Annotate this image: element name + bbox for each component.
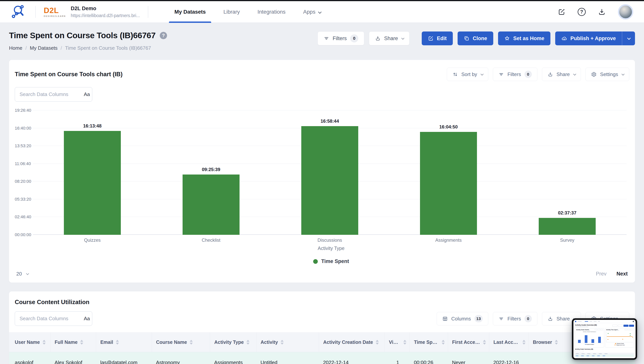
page-head-left: Time Spent on Course Tools (IB)66767 ? H… [9, 31, 167, 51]
chart-legend: Time Spent [33, 258, 629, 264]
user-avatar[interactable] [618, 4, 633, 20]
match-case-toggle[interactable]: Aa [84, 316, 90, 322]
publish-approve-dropdown[interactable] [622, 32, 635, 45]
table-filters-button[interactable]: Filters 0 [493, 312, 537, 325]
pip-window[interactable]: Activity Grade Overview (IB) Activity Gr… [572, 318, 637, 360]
filter-icon [324, 36, 329, 41]
column-header-full-name[interactable]: Full Name [50, 332, 96, 352]
sort-arrows-icon[interactable] [376, 340, 379, 345]
filters-label: Filters [333, 36, 347, 42]
column-header-activity-type[interactable]: Activity Type [210, 332, 256, 352]
bar-survey[interactable] [539, 218, 596, 235]
chevron-down-icon [573, 72, 576, 75]
sort-arrows-icon[interactable] [555, 340, 558, 345]
workspace-info[interactable]: D2L Demo https://intelliboard.d2l-partne… [71, 6, 140, 18]
sort-arrows-icon[interactable] [483, 340, 486, 345]
nav-tab-library[interactable]: Library [214, 1, 249, 23]
table-search-input[interactable] [20, 316, 84, 322]
breadcrumb-my-datasets[interactable]: My Datasets [30, 45, 58, 51]
pip-left-panel-title: Activity Grade Distrib... [576, 329, 590, 330]
match-case-toggle[interactable]: Aa [84, 91, 90, 97]
edit-label: Edit [437, 36, 447, 42]
sort-arrows-icon[interactable] [80, 340, 83, 345]
column-header-user-name[interactable]: User Name [9, 332, 50, 352]
prev-button[interactable]: Prev [596, 271, 606, 277]
sort-arrows-icon[interactable] [116, 340, 119, 345]
chart-settings-button[interactable]: Settings [586, 68, 629, 81]
gear-icon [591, 72, 597, 77]
breadcrumb-home[interactable]: Home [9, 45, 22, 51]
pip-logo [575, 321, 576, 322]
y-axis-tick-label: 02:46:40 [15, 215, 31, 220]
title-help-icon[interactable]: ? [160, 32, 167, 39]
page-size-select[interactable]: 20 [16, 271, 28, 277]
pip-button [618, 325, 623, 327]
column-header-label: Email [100, 339, 113, 345]
nav-tab-label: Library [224, 9, 240, 15]
sort-arrows-icon[interactable] [246, 340, 250, 345]
column-header-label: Activity [261, 339, 278, 345]
pip-scatter-dot [622, 339, 623, 340]
help-icon[interactable]: ? [578, 8, 586, 16]
next-button[interactable]: Next [616, 271, 628, 277]
sort-arrows-icon[interactable] [522, 340, 526, 345]
column-header-time-spent[interactable]: Time Spent [410, 332, 448, 352]
chart-sort-by-button[interactable]: Sort by [447, 68, 488, 81]
filters-label: Filters [508, 316, 521, 322]
settings-label: Settings [600, 71, 618, 77]
download-icon[interactable] [598, 8, 606, 16]
chart-share-button[interactable]: Share [542, 68, 581, 81]
column-header-course-name[interactable]: Course Name [152, 332, 210, 352]
filters-button[interactable]: Filters 0 [318, 32, 364, 45]
breadcrumb-current: Time Spent on Course Tools (IB)66767 [65, 45, 151, 51]
pip-titlebar: Activity Grade Overview (IB) [574, 323, 636, 328]
pip-search-skeleton [575, 350, 584, 352]
chart-card-title: Time Spent on Course Tools chart (IB) [15, 71, 122, 78]
chevron-down-icon [480, 72, 484, 75]
share-icon [548, 316, 553, 322]
column-header-visits[interactable]: Visits [384, 332, 410, 352]
nav-tab-integrations[interactable]: Integrations [248, 1, 294, 23]
filters-label: Filters [508, 71, 521, 77]
pip-scatter-dot [630, 335, 630, 336]
nav-tab-apps[interactable]: Apps [294, 1, 330, 23]
bar-discussions[interactable] [301, 126, 358, 235]
edit-icon [428, 36, 434, 41]
intelliboard-logo[interactable] [11, 4, 27, 20]
set-as-home-button[interactable]: Set as Home [498, 32, 550, 45]
nav-tab-my-datasets[interactable]: My Datasets [166, 1, 214, 23]
columns-icon [442, 316, 448, 322]
pip-panels: Activity Grade Distrib... Activity Grade… [574, 328, 636, 348]
table-row[interactable]: asokolofAlex Sokoloflas@datatel.comAstro… [9, 352, 635, 364]
bar-checklist[interactable] [182, 174, 240, 235]
sort-arrows-icon[interactable] [403, 340, 406, 345]
workspace-url: https://intelliboard.d2l-partners.bri... [71, 13, 140, 18]
column-header-email[interactable]: Email [96, 332, 152, 352]
columns-count-badge: 13 [474, 315, 483, 322]
column-header-activity-creation-date[interactable]: Activity Creation Date [319, 332, 385, 352]
pip-mini-bar [598, 337, 601, 343]
sort-arrows-icon[interactable] [42, 340, 46, 345]
y-axis-tick-label: 08:20:00 [15, 179, 31, 184]
column-header-last-access[interactable]: Last Access [489, 332, 528, 352]
table-columns-button[interactable]: Columns 13 [437, 312, 488, 325]
sort-arrows-icon[interactable] [280, 340, 284, 345]
column-header-first-access[interactable]: First Access [448, 332, 489, 352]
pip-topbar [574, 320, 636, 323]
sort-arrows-icon[interactable] [442, 340, 445, 345]
x-axis-category-label: Assignments [435, 238, 462, 243]
clone-button[interactable]: Clone [458, 32, 493, 45]
column-header-activity[interactable]: Activity [256, 332, 319, 352]
bar-value-label: 16:13:48 [83, 123, 102, 129]
y-axis-tick-label: 13:53:20 [15, 143, 31, 148]
edit-button[interactable]: Edit [422, 32, 453, 45]
share-button[interactable]: Share [369, 32, 410, 45]
compose-icon[interactable] [558, 8, 565, 16]
bar-quizzes[interactable] [64, 131, 121, 235]
sort-arrows-icon[interactable] [190, 340, 193, 345]
set-as-home-label: Set as Home [513, 36, 544, 42]
bar-assignments[interactable] [420, 132, 477, 235]
chart-search-input[interactable] [20, 91, 84, 97]
chart-filters-button[interactable]: Filters 0 [493, 68, 537, 81]
publish-approve-button[interactable]: Publish + Approve [555, 32, 622, 45]
